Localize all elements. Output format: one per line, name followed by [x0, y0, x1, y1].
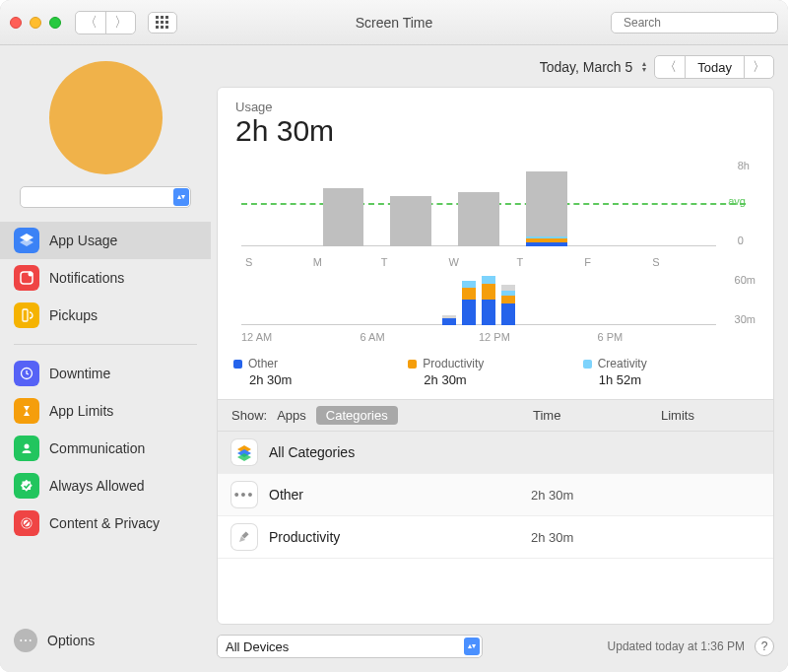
date-label: Today, March 5 — [540, 59, 633, 75]
hour-bar — [598, 274, 618, 325]
sidebar-item-always-allowed[interactable]: Always Allowed — [0, 467, 211, 504]
zoom-window-button[interactable] — [49, 17, 61, 29]
svg-rect-3 — [156, 21, 159, 24]
usage-card: Usage 2h 30m 8h0 avg SMTWTFS 60m30m — [217, 87, 774, 625]
svg-point-14 — [29, 272, 33, 277]
today-button[interactable]: Today — [685, 56, 744, 78]
sidebar-item-label: Downtime — [49, 366, 110, 381]
ytick: 60m — [735, 274, 755, 286]
weekly-chart: 8h0 avg SMTWTFS — [241, 160, 716, 268]
ytick: 30m — [735, 313, 755, 325]
sidebar-item-label: App Limits — [49, 403, 113, 419]
hour-bar — [677, 274, 696, 325]
user-select[interactable]: ▴▾ — [20, 186, 191, 208]
svg-marker-24 — [237, 453, 251, 461]
hour-bar — [241, 274, 261, 325]
sidebar-item-content-privacy[interactable]: Content & Privacy — [0, 504, 211, 542]
check-badge-icon — [14, 473, 39, 499]
svg-rect-0 — [156, 16, 159, 19]
stepper-icon: ▴▾ — [464, 638, 480, 655]
svg-rect-5 — [165, 21, 168, 24]
hourglass-icon — [14, 398, 39, 424]
hour-bar — [558, 274, 577, 325]
legend-item: Creativity1h 52m — [583, 357, 757, 387]
minimize-window-button[interactable] — [30, 17, 41, 29]
next-day-button[interactable]: 〉 — [744, 56, 773, 78]
legend-item: Productivity2h 30m — [408, 357, 582, 387]
sidebar-item-label: Content & Privacy — [49, 515, 160, 531]
ytick: 8h — [738, 160, 750, 171]
hourly-chart: 60m30m 12 AM6 AM12 PM6 PM — [241, 274, 716, 343]
forward-button[interactable]: 〉 — [105, 12, 135, 34]
usage-title: Usage — [235, 100, 755, 114]
hour-bar — [380, 274, 400, 325]
window-title: Screen Time — [185, 15, 603, 31]
device-select-value: All Devices — [226, 639, 289, 654]
row-name: Productivity — [269, 529, 519, 545]
sidebar-item-label: Pickups — [49, 307, 98, 323]
titlebar: 〈 〉 Screen Time — [0, 0, 788, 45]
hour-bar — [637, 274, 657, 325]
grid-icon — [156, 16, 169, 30]
sidebar-item-label: App Usage — [49, 233, 117, 248]
sidebar-item-downtime[interactable]: Downtime — [0, 355, 211, 392]
row-time: 2h 30m — [531, 530, 649, 545]
hour-bar — [420, 274, 439, 325]
prev-day-button[interactable]: 〈 — [655, 56, 685, 78]
table-row[interactable]: All Categories — [218, 432, 773, 474]
hour-bar — [261, 274, 281, 325]
hour-bar — [657, 274, 677, 325]
hour-bar — [459, 274, 479, 325]
hour-bar — [320, 274, 340, 325]
svg-marker-12 — [20, 238, 33, 246]
svg-rect-6 — [156, 26, 159, 29]
week-bar — [241, 160, 309, 246]
updated-label: Updated today at 1:36 PM — [492, 639, 745, 653]
tab-apps[interactable]: Apps — [277, 408, 306, 423]
sidebar-item-app-limits[interactable]: App Limits — [0, 392, 211, 430]
stepper-icon: ▴▾ — [173, 188, 189, 206]
show-label: Show: — [231, 408, 267, 423]
sidebar-item-app-usage[interactable]: App Usage — [0, 222, 211, 259]
search-field[interactable] — [611, 12, 778, 34]
row-icon: ••• — [231, 482, 257, 507]
legend: Other2h 30mProductivity2h 30mCreativity1… — [218, 351, 773, 399]
week-bar — [377, 160, 445, 246]
tab-categories[interactable]: Categories — [316, 406, 398, 425]
week-bar — [648, 160, 716, 246]
hour-bar — [577, 274, 597, 325]
hour-bar — [400, 274, 420, 325]
search-input[interactable] — [624, 16, 771, 30]
category-table: All Categories•••Other2h 30mProductivity… — [218, 432, 773, 624]
svg-rect-2 — [165, 16, 168, 19]
table-row[interactable]: •••Other2h 30m — [218, 474, 773, 516]
device-select[interactable]: All Devices ▴▾ — [217, 635, 483, 658]
svg-rect-15 — [23, 309, 28, 321]
options-label: Options — [47, 633, 95, 648]
row-name: Other — [269, 487, 519, 503]
pickups-icon — [14, 302, 39, 328]
sidebar-item-notifications[interactable]: Notifications — [0, 259, 211, 297]
show-all-prefs-button[interactable] — [148, 12, 177, 34]
close-window-button[interactable] — [10, 17, 22, 29]
ellipsis-circle-icon: ⋯ — [14, 629, 37, 652]
col-time: Time — [533, 408, 651, 423]
help-button[interactable]: ? — [755, 637, 774, 656]
hour-bar — [538, 274, 558, 325]
col-limits: Limits — [661, 408, 759, 423]
back-button[interactable]: 〈 — [76, 12, 105, 34]
table-row[interactable]: Productivity2h 30m — [218, 516, 773, 559]
hour-bar — [340, 274, 360, 325]
notification-icon — [14, 265, 39, 291]
clock-icon — [14, 361, 39, 386]
date-stepper[interactable]: ▴▾ — [642, 61, 646, 73]
svg-rect-7 — [161, 26, 164, 29]
row-name: All Categories — [269, 444, 519, 460]
options-button[interactable]: ⋯ Options — [0, 621, 211, 660]
user-avatar[interactable] — [49, 61, 163, 174]
hour-bar — [696, 274, 716, 325]
hour-bar — [518, 274, 538, 325]
sidebar-item-communication[interactable]: Communication — [0, 430, 211, 467]
sidebar-item-label: Communication — [49, 440, 145, 456]
sidebar-item-pickups[interactable]: Pickups — [0, 297, 211, 334]
